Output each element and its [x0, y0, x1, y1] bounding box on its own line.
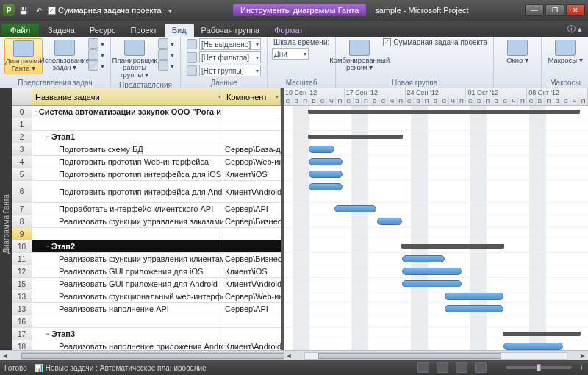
- gantt-scroll[interactable]: ◄►: [284, 350, 588, 360]
- filter-combo[interactable]: [Нет фильтра]▾: [199, 51, 261, 63]
- row-number[interactable]: 7: [12, 203, 32, 215]
- tab-project[interactable]: Проект: [123, 24, 164, 37]
- task-name-cell[interactable]: Реализовать функции управления клиентами: [32, 253, 223, 265]
- save-icon[interactable]: 💾: [17, 4, 30, 17]
- component-cell[interactable]: Клиент\iOS: [223, 265, 281, 277]
- component-cell[interactable]: [223, 131, 281, 143]
- task-name-cell[interactable]: Реализовать GUI приложения для iOS: [32, 265, 223, 277]
- task-name-cell[interactable]: Подготовить прототип Web-интерфейса: [32, 156, 223, 168]
- task-usage-button[interactable]: Использование задач ▾: [46, 38, 84, 73]
- row-number[interactable]: 10: [12, 240, 32, 252]
- highlight-combo[interactable]: [Не выделено]▾: [199, 38, 261, 50]
- window-button[interactable]: Окно ▾: [498, 38, 537, 65]
- row-number[interactable]: 2: [12, 131, 32, 143]
- component-cell[interactable]: Клиент\Android: [223, 181, 281, 202]
- task-name-cell[interactable]: [32, 228, 223, 240]
- task-name-cell[interactable]: Подготовить прототип интерфейса для iOS: [32, 168, 223, 180]
- close-button[interactable]: ✕: [566, 4, 585, 16]
- task-bar[interactable]: [377, 218, 402, 225]
- component-cell[interactable]: Сервер\API: [223, 303, 281, 315]
- ribbon-help-icon[interactable]: ⓘ ▴: [562, 21, 588, 37]
- task-name-cell[interactable]: − Этап2: [32, 240, 223, 252]
- grid-scroll[interactable]: ◄►: [12, 350, 284, 360]
- row-number[interactable]: 1: [12, 118, 32, 130]
- task-bar[interactable]: [503, 343, 563, 350]
- tab-team[interactable]: Рабочая группа: [194, 24, 268, 37]
- component-cell[interactable]: Клиент\iOS: [223, 168, 281, 180]
- row-number[interactable]: 3: [12, 143, 32, 155]
- task-name-cell[interactable]: Подготовить схему БД: [32, 143, 223, 155]
- row-number[interactable]: 8: [12, 215, 32, 227]
- group-combo[interactable]: [Нет группы]▾: [199, 65, 261, 76]
- zoom-slider[interactable]: [506, 366, 572, 369]
- task-bar[interactable]: [402, 280, 462, 288]
- view-button-1[interactable]: [417, 362, 429, 373]
- row-number[interactable]: 6: [12, 181, 32, 202]
- undo-icon[interactable]: ↶: [32, 4, 46, 17]
- row-number[interactable]: 17: [12, 328, 32, 340]
- task-bar[interactable]: [445, 293, 504, 300]
- outline-toggle-icon[interactable]: −: [44, 243, 51, 250]
- component-cell[interactable]: [223, 228, 281, 240]
- zoom-in-icon[interactable]: +: [579, 364, 584, 372]
- component-cell[interactable]: Сервер\Бизнес-: [223, 253, 281, 265]
- component-cell[interactable]: Сервер\Web-ин: [223, 290, 281, 302]
- component-cell[interactable]: Сервер\База-да: [223, 143, 281, 155]
- timescale-combo[interactable]: Дни▾: [272, 48, 309, 60]
- task-name-cell[interactable]: Подготовить прототип интерфейса для Andr…: [32, 181, 223, 202]
- outline-toggle-icon[interactable]: −: [44, 330, 51, 338]
- outline-toggle-icon[interactable]: −: [44, 133, 51, 140]
- row-number[interactable]: 16: [12, 315, 32, 327]
- component-cell[interactable]: Клиент\Android: [223, 278, 281, 290]
- tab-task[interactable]: Задача: [40, 24, 82, 37]
- view-button-2[interactable]: [437, 362, 448, 373]
- task-bar[interactable]: [309, 146, 334, 153]
- component-cell[interactable]: [223, 328, 281, 340]
- column-name[interactable]: Название задачи▾: [32, 88, 223, 105]
- qat-dropdown-icon[interactable]: ▾: [164, 4, 177, 17]
- row-number[interactable]: 11: [12, 253, 32, 265]
- calendar-button[interactable]: ▾: [87, 49, 106, 60]
- timescale[interactable]: 10 Сен '1217 Сен '1224 Сен '1201 Окт '12…: [284, 88, 588, 106]
- other-views-button[interactable]: ▾: [87, 60, 106, 71]
- tab-resource[interactable]: Ресурс: [82, 24, 123, 37]
- task-bar[interactable]: [309, 183, 343, 190]
- task-name-cell[interactable]: [32, 118, 223, 130]
- row-number[interactable]: 0: [12, 106, 32, 118]
- view-button-4[interactable]: [475, 362, 487, 373]
- qat-checkbox[interactable]: ✓: [48, 7, 56, 15]
- task-name-cell[interactable]: [32, 315, 223, 327]
- component-cell[interactable]: Сервер\Web-ин: [223, 156, 281, 168]
- zoom-out-icon[interactable]: −: [494, 364, 498, 372]
- macros-button[interactable]: Макросы ▾: [546, 38, 584, 65]
- task-name-cell[interactable]: − Этап3: [32, 328, 223, 340]
- row-number[interactable]: 4: [12, 156, 32, 168]
- column-component[interactable]: Компонент▾: [223, 88, 281, 105]
- row-number[interactable]: 13: [12, 290, 32, 302]
- task-bar[interactable]: [334, 205, 377, 213]
- task-bar[interactable]: [309, 171, 343, 178]
- task-name-cell[interactable]: Реализовать функции управления заказами: [32, 215, 223, 227]
- component-cell[interactable]: [223, 315, 281, 327]
- view-tab-gantt[interactable]: Диаграмма Ганта: [0, 88, 12, 360]
- team-planner-button[interactable]: Планировщик работы группы ▾: [115, 38, 154, 80]
- summary-bar[interactable]: [309, 135, 402, 139]
- component-cell[interactable]: Сервер\Бизнес-: [223, 215, 281, 227]
- component-cell[interactable]: [223, 106, 281, 118]
- resource-other-button[interactable]: ▾: [157, 60, 176, 71]
- component-cell[interactable]: Сервер\API: [223, 203, 281, 215]
- maximize-button[interactable]: ❐: [545, 4, 564, 16]
- task-name-cell[interactable]: Реализовать GUI приложения для Android: [32, 278, 223, 290]
- file-tab[interactable]: Файл: [1, 24, 39, 37]
- summary-bar[interactable]: [503, 332, 580, 336]
- component-cell[interactable]: [223, 118, 281, 130]
- resource-usage-button[interactable]: ▾: [157, 38, 176, 49]
- row-number[interactable]: 12: [12, 265, 32, 277]
- task-bar[interactable]: [445, 305, 504, 312]
- row-number[interactable]: 5: [12, 168, 32, 180]
- task-name-cell[interactable]: Реализовать функциональный web-интерфейс: [32, 290, 223, 302]
- summary-bar[interactable]: [309, 110, 579, 114]
- outline-toggle-icon[interactable]: −: [34, 108, 39, 115]
- resource-sheet-button[interactable]: ▾: [157, 49, 176, 60]
- task-bar[interactable]: [402, 268, 462, 275]
